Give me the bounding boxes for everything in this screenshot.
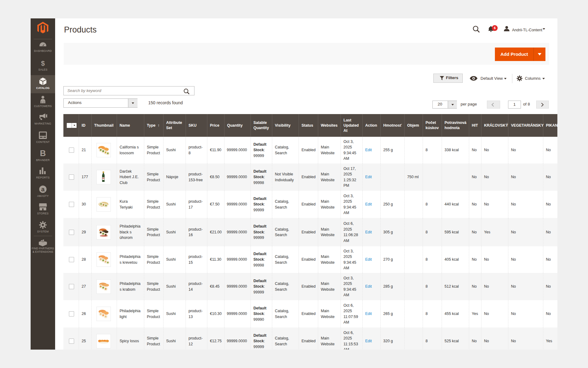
svg-text:B: B [40, 149, 46, 157]
svg-text:$: $ [41, 60, 45, 67]
svg-text:a: a [41, 186, 45, 193]
